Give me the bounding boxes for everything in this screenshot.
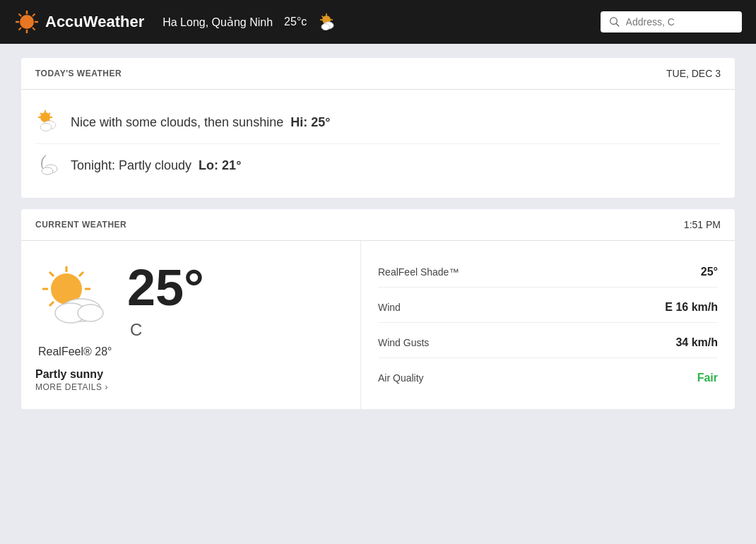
current-temperature: 25° [127, 262, 204, 313]
app-header: AccuWeather Ha Long, Quảng Ninh 25°c [0, 0, 756, 44]
header-temperature: 25°c [284, 16, 307, 28]
svg-line-6 [33, 28, 35, 30]
current-realfeel: RealFeel® 28° [38, 345, 112, 358]
today-day-condition: Nice with some clouds, then sunshine Hi:… [71, 115, 330, 130]
today-section-label: TODAY'S WEATHER [35, 69, 122, 78]
metric-label: RealFeel Shade™ [378, 266, 459, 278]
partly-sunny-icon [35, 108, 61, 136]
svg-point-17 [321, 24, 330, 30]
partly-cloudy-night-icon [35, 151, 61, 179]
current-weather-left: 25° C RealFeel® 28° Partly sunny MORE DE… [21, 241, 360, 409]
accuweather-logo-icon [14, 9, 40, 35]
logo-text: AccuWeather [45, 13, 144, 31]
day-hi-label: Hi: [290, 115, 307, 129]
day-condition-text: Nice with some clouds, then sunshine [71, 115, 283, 129]
svg-line-5 [19, 14, 22, 17]
metric-value: 34 km/h [675, 336, 718, 349]
search-icon [609, 16, 620, 28]
night-condition-text: Tonight: Partly cloudy [71, 158, 191, 172]
realfeel-value: 28° [95, 345, 112, 357]
header-weather-icon [318, 12, 338, 32]
today-weather-card: TODAY'S WEATHER TUE, DEC 3 [21, 58, 735, 198]
current-time: 1:51 PM [684, 219, 721, 230]
logo: AccuWeather [14, 9, 144, 35]
metric-row-realfeel-shade: RealFeel Shade™ 25° [378, 257, 718, 288]
svg-line-7 [33, 14, 35, 17]
current-section-label: CURRENT WEATHER [35, 220, 126, 230]
today-weather-body: Nice with some clouds, then sunshine Hi:… [21, 90, 735, 198]
svg-line-19 [616, 23, 619, 26]
today-night-row: Tonight: Partly cloudy Lo: 21° [35, 143, 721, 187]
metric-label: Wind Gusts [378, 337, 429, 348]
current-weather-large-icon [35, 262, 113, 326]
search-input[interactable] [626, 16, 733, 28]
metric-row-wind: Wind E 16 km/h [378, 292, 718, 323]
svg-line-39 [79, 272, 83, 276]
current-temp-block: 25° C [127, 262, 204, 340]
night-lo-value: 21° [222, 158, 241, 172]
svg-line-14 [322, 16, 324, 18]
current-condition: Partly sunny [35, 368, 103, 381]
main-content: TODAY'S WEATHER TUE, DEC 3 [0, 44, 756, 423]
svg-point-43 [78, 304, 103, 321]
current-weather-card: CURRENT WEATHER 1:51 PM [21, 209, 735, 409]
metric-value-air-quality: Fair [697, 372, 718, 384]
svg-point-31 [42, 167, 53, 175]
current-weather-right: RealFeel Shade™ 25° Wind E 16 km/h Wind … [360, 241, 735, 409]
day-hi-value: 25° [311, 115, 330, 129]
current-temp-unit: C [130, 320, 204, 340]
svg-line-37 [49, 272, 54, 276]
metric-row-air-quality: Air Quality Fair [378, 363, 718, 393]
realfeel-label: RealFeel® [38, 345, 92, 357]
svg-point-0 [20, 15, 34, 29]
header-location: Ha Long, Quảng Ninh [163, 16, 273, 29]
today-weather-header: TODAY'S WEATHER TUE, DEC 3 [21, 58, 735, 90]
current-weather-body: 25° C RealFeel® 28° Partly sunny MORE DE… [21, 241, 735, 409]
today-day-row: Nice with some clouds, then sunshine Hi:… [35, 101, 721, 143]
night-lo-label: Lo: [199, 158, 218, 172]
current-weather-header: CURRENT WEATHER 1:51 PM [21, 209, 735, 241]
svg-point-29 [40, 124, 52, 131]
metric-value: 25° [701, 266, 718, 278]
svg-line-25 [40, 113, 42, 115]
today-night-condition: Tonight: Partly cloudy Lo: 21° [71, 158, 241, 173]
more-details-link[interactable]: MORE DETAILS › [35, 382, 108, 392]
today-date: TUE, DEC 3 [666, 68, 721, 79]
svg-line-40 [49, 302, 54, 306]
search-bar[interactable] [601, 11, 742, 32]
metric-label: Air Quality [378, 372, 424, 384]
svg-line-27 [48, 113, 50, 115]
metric-row-wind-gusts: Wind Gusts 34 km/h [378, 328, 718, 358]
more-details-label: MORE DETAILS [35, 382, 102, 392]
current-temp-row: 25° C [35, 262, 204, 340]
svg-line-8 [19, 28, 22, 30]
metric-value: E 16 km/h [665, 301, 718, 314]
metric-label: Wind [378, 302, 401, 313]
chevron-right-icon: › [105, 382, 108, 392]
